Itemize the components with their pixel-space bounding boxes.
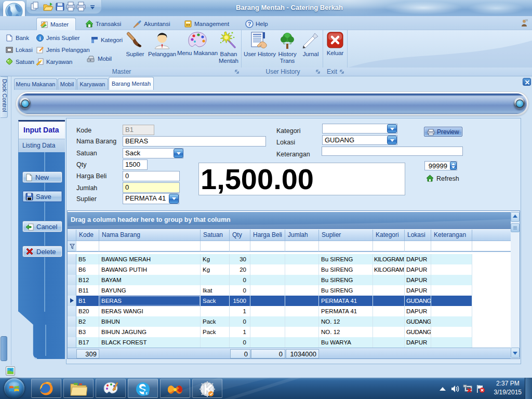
svg-text:z: z [145, 391, 148, 395]
svg-text:i: i [39, 35, 41, 41]
svg-text:?: ? [248, 21, 251, 27]
